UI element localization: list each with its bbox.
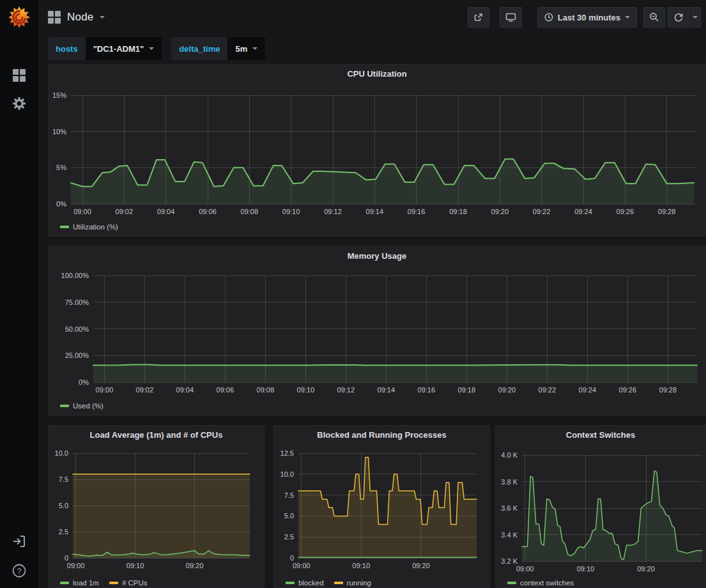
legend: Used (%) (60, 402, 104, 410)
svg-text:2.5: 2.5 (284, 533, 294, 541)
legend-item[interactable]: running (334, 579, 371, 587)
dashboard-title[interactable]: Node (67, 11, 93, 24)
legend-swatch (507, 582, 516, 584)
refresh-interval-dropdown[interactable] (689, 7, 701, 27)
legend-item[interactable]: Used (%) (60, 402, 104, 410)
svg-text:0: 0 (65, 554, 68, 562)
share-button[interactable] (468, 7, 489, 27)
legend-swatch (60, 405, 69, 407)
svg-text:75.00%: 75.00% (65, 298, 89, 306)
svg-text:09:18: 09:18 (458, 386, 476, 394)
refresh-button-group (668, 7, 701, 27)
svg-text:09:00: 09:00 (67, 562, 85, 569)
help-icon[interactable]: ? (0, 563, 38, 578)
legend: load 1m# CPUs (60, 579, 148, 587)
legend-label: Utilization (%) (73, 223, 118, 231)
svg-text:09:20: 09:20 (186, 562, 204, 569)
variable-hosts: hosts "DC1-ADM1" (48, 37, 162, 60)
panel-title[interactable]: Blocked and Running Processes (274, 430, 489, 440)
tv-mode-button[interactable] (500, 7, 522, 27)
svg-text:3.8 K: 3.8 K (501, 478, 518, 486)
svg-text:7.5: 7.5 (284, 491, 294, 499)
svg-text:09:20: 09:20 (637, 565, 655, 573)
svg-text:09:14: 09:14 (366, 208, 384, 215)
legend-swatch (334, 582, 343, 584)
context-switches-chart[interactable]: 09:0009:1009:203.2 K3.4 K3.6 K3.8 K4.0 K (496, 444, 706, 570)
svg-text:2.5: 2.5 (59, 528, 68, 536)
legend-swatch (109, 582, 118, 584)
grafana-logo[interactable] (0, 5, 38, 29)
svg-text:3.6 K: 3.6 K (501, 504, 518, 512)
svg-text:09:26: 09:26 (617, 208, 634, 215)
grafana-dashboard: { "header": { "title": "Node", "time_ran… (0, 0, 706, 588)
svg-text:09:10: 09:10 (577, 565, 595, 573)
svg-text:09:20: 09:20 (498, 386, 516, 394)
svg-text:09:20: 09:20 (491, 208, 509, 215)
panel-cpu-utilization: CPU Utilization 09:0009:0209:0409:0609:0… (48, 64, 706, 236)
legend-label: Used (%) (73, 402, 104, 410)
variable-delta-time-label: delta_time (171, 37, 227, 60)
svg-text:15%: 15% (52, 91, 66, 99)
svg-text:09:22: 09:22 (533, 208, 551, 215)
svg-text:09:28: 09:28 (659, 386, 677, 394)
chevron-down-icon (252, 47, 257, 50)
svg-text:3.2 K: 3.2 K (501, 557, 518, 565)
legend-label: load 1m (73, 579, 99, 587)
svg-text:09:28: 09:28 (658, 208, 676, 215)
variable-hosts-label: hosts (48, 37, 86, 60)
svg-text:09:00: 09:00 (516, 565, 534, 573)
variable-hosts-value[interactable]: "DC1-ADM1" (86, 37, 162, 60)
svg-text:09:08: 09:08 (241, 208, 259, 215)
svg-text:09:14: 09:14 (378, 386, 395, 394)
legend-item[interactable]: # CPUs (109, 579, 148, 587)
memory-chart[interactable]: 09:0009:0209:0409:0609:0809:1009:1209:14… (49, 265, 706, 400)
svg-text:09:08: 09:08 (257, 386, 275, 394)
legend-item[interactable]: blocked (286, 579, 324, 587)
svg-text:09:10: 09:10 (353, 562, 371, 569)
svg-text:09:06: 09:06 (217, 386, 234, 394)
panel-title[interactable]: Context Switches (496, 430, 705, 440)
svg-text:09:20: 09:20 (412, 562, 430, 569)
svg-text:25.00%: 25.00% (65, 352, 89, 359)
legend: blockedrunning (286, 579, 371, 587)
svg-text:09:02: 09:02 (116, 208, 134, 215)
svg-text:100.00%: 100.00% (61, 272, 89, 279)
legend-swatch (60, 226, 69, 228)
panel-memory-usage: Memory Usage 09:0009:0209:0409:0609:0809… (48, 246, 706, 415)
gear-icon[interactable] (0, 96, 38, 111)
chevron-down-icon (149, 47, 154, 50)
svg-text:10.0: 10.0 (55, 449, 68, 457)
svg-text:09:02: 09:02 (136, 386, 154, 394)
time-range-picker[interactable]: Last 30 minutes (537, 7, 637, 27)
svg-text:5%: 5% (56, 164, 66, 171)
dashboard-grid-icon[interactable] (48, 11, 61, 24)
chevron-down-icon[interactable] (100, 16, 105, 19)
svg-text:0: 0 (290, 554, 294, 562)
legend-swatch (286, 582, 295, 584)
svg-text:09:16: 09:16 (408, 208, 426, 215)
panel-title[interactable]: CPU Utilization (49, 69, 705, 79)
svg-text:3.4 K: 3.4 K (501, 531, 518, 539)
svg-text:09:16: 09:16 (418, 386, 436, 394)
legend-swatch (60, 582, 69, 584)
legend-item[interactable]: context switches (507, 579, 574, 587)
legend-item[interactable]: Utilization (%) (60, 223, 118, 231)
variable-delta-time-value[interactable]: 5m (227, 37, 265, 60)
panel-title[interactable]: Memory Usage (49, 251, 705, 261)
legend-item[interactable]: load 1m (60, 579, 99, 587)
time-range-label: Last 30 minutes (558, 13, 620, 22)
refresh-button[interactable] (668, 7, 689, 27)
dashboards-icon[interactable] (0, 68, 38, 82)
top-navbar: Node Last 30 minutes (38, 0, 706, 34)
zoom-out-button[interactable] (643, 7, 665, 27)
cpu-chart[interactable]: 09:0009:0209:0409:0609:0809:1009:1209:14… (49, 82, 706, 222)
load-chart[interactable]: 09:0009:1009:2002.55.07.510.0 (49, 444, 265, 570)
svg-text:5.0: 5.0 (59, 502, 68, 509)
svg-text:09:10: 09:10 (282, 208, 300, 215)
sign-in-icon[interactable] (0, 534, 38, 548)
processes-chart[interactable]: 09:0009:1009:2002.55.07.510.012.5 (274, 444, 491, 570)
panel-title[interactable]: Load Average (1m) and # of CPUs (49, 430, 264, 440)
svg-text:09:06: 09:06 (199, 208, 217, 215)
refresh-caret-icon (693, 16, 698, 19)
svg-text:09:24: 09:24 (574, 208, 592, 215)
